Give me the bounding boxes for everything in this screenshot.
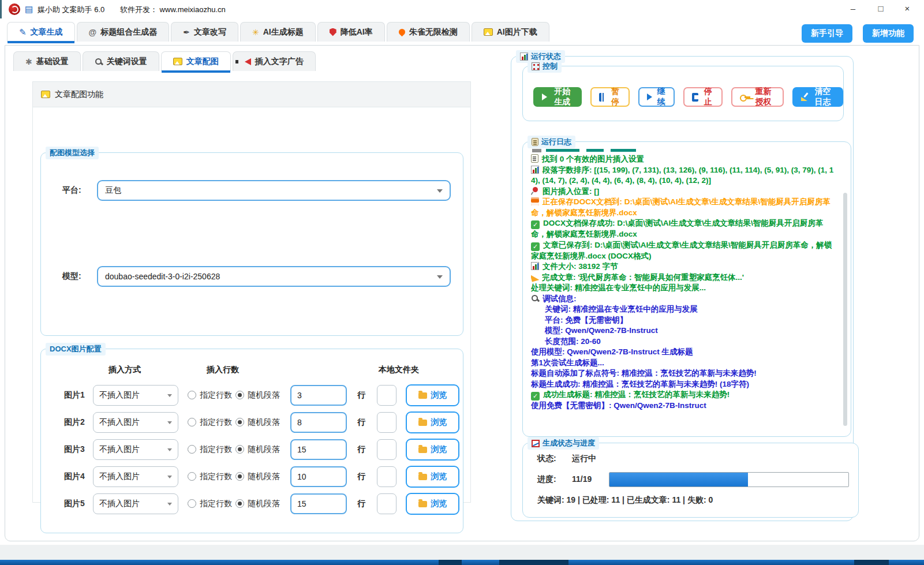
line-count-input[interactable] [290, 439, 347, 460]
subtab-label: 插入文字广告 [255, 57, 304, 67]
docx-row-2: 图片2不插入图片指定行数随机段落行浏览 [41, 412, 464, 433]
folder-path-input[interactable] [377, 439, 396, 460]
tab-朱雀无限检测[interactable]: 朱雀无限检测 [387, 22, 470, 42]
platform-label: 平台: [62, 185, 81, 196]
browse-label: 浏览 [431, 390, 447, 401]
taskbar-item[interactable] [499, 560, 568, 565]
insert-mode-dropdown[interactable]: 不插入图片 [93, 466, 178, 487]
control-buttons: 开始生成暂停继续停止重新授权清空日志 [533, 87, 843, 107]
play-blue-icon [647, 93, 652, 100]
browse-button[interactable]: 浏览 [406, 439, 459, 461]
radio-random-paragraph[interactable] [235, 391, 244, 399]
tab-标题组合生成器[interactable]: 标题组合生成器 [77, 22, 170, 42]
folder-path-input[interactable] [377, 493, 396, 514]
tab-AI生成标题[interactable]: AI生成标题 [240, 22, 316, 42]
insert-mode-dropdown[interactable]: 不插入图片 [93, 439, 178, 460]
article-image-panel: 文章配图功能 配图模型选择 平台: 豆包 模型: doubao-seededit… [32, 81, 471, 503]
insert-mode-value: 不插入图片 [99, 472, 140, 482]
window-bottom-strip [0, 545, 924, 560]
browse-label: 浏览 [431, 472, 447, 482]
radio-specified-lines[interactable] [188, 472, 196, 481]
radio-random-paragraph[interactable] [235, 418, 244, 426]
taskbar-item[interactable] [439, 560, 462, 565]
tab-文章改写[interactable]: 文章改写 [171, 22, 238, 42]
bars-icon [531, 262, 539, 270]
button-label: 暂停 [609, 87, 621, 107]
browse-button[interactable]: 浏览 [406, 411, 459, 433]
progress-label: 进度: [537, 474, 556, 485]
radio-random-paragraph[interactable] [235, 499, 244, 508]
chevron-down-icon [437, 189, 443, 193]
check-icon [531, 220, 540, 229]
insert-mode-value: 不插入图片 [99, 444, 140, 455]
browse-button[interactable]: 浏览 [406, 384, 459, 406]
maximize-button[interactable]: □ [867, 0, 894, 17]
close-button[interactable]: × [894, 0, 921, 17]
line-count-input[interactable] [290, 466, 347, 487]
subtab-关键词设置[interactable]: 关键词设置 [83, 51, 159, 71]
停止-button[interactable]: 停止 [683, 87, 723, 107]
radio-label-specified: 指定行数 [200, 417, 232, 428]
taskbar-item[interactable] [854, 560, 889, 565]
progress-chart-icon [532, 440, 540, 447]
继续-button[interactable]: 继续 [638, 87, 675, 107]
unit-label: 行 [357, 499, 365, 509]
log-line: 关键词: 精准控温在专业烹饪中的应用与发展 [531, 304, 836, 315]
image-icon [41, 91, 50, 98]
model-dropdown[interactable]: doubao-seededit-3-0-i2i-250628 [97, 266, 451, 287]
subtab-基础设置[interactable]: 基础设置 [13, 51, 81, 71]
bars-icon [531, 166, 539, 174]
subtab-label: 关键词设置 [107, 57, 147, 67]
log-line: 段落字数排序: [(15, 199), (7, 131), (13, 126),… [531, 165, 836, 186]
browse-button[interactable]: 浏览 [406, 466, 459, 488]
radio-random-paragraph[interactable] [235, 445, 244, 454]
暂停-button[interactable]: 暂停 [590, 87, 630, 107]
log-line: 处理关键词: 精准控温在专业烹饪中的应用与发展... [531, 283, 836, 294]
insert-mode-dropdown[interactable]: 不插入图片 [93, 412, 178, 433]
folder-path-input[interactable] [377, 385, 396, 406]
log-scrollbar[interactable] [843, 193, 847, 426]
line-count-input[interactable] [290, 412, 347, 433]
清空日志-button[interactable]: 清空日志 [792, 87, 843, 107]
radio-specified-lines[interactable] [188, 499, 196, 508]
gear-icon [25, 57, 32, 66]
megaphone-icon [245, 58, 251, 65]
button-label: 重新授权 [751, 87, 775, 107]
radio-label-specified: 指定行数 [200, 472, 232, 482]
subtab-文章配图[interactable]: 文章配图 [161, 51, 231, 71]
platform-dropdown[interactable]: 豆包 [97, 180, 451, 201]
sparkle-icon [252, 28, 259, 37]
unit-label: 行 [357, 390, 365, 401]
folder-path-input[interactable] [377, 466, 396, 487]
browse-button[interactable]: 浏览 [406, 493, 459, 515]
minimize-button[interactable]: – [840, 0, 866, 17]
window-title: 媒小助 文案助手 6.0 [38, 5, 104, 15]
beginner-guide-button[interactable]: 新手引导 [802, 24, 852, 43]
browse-label: 浏览 [431, 499, 447, 509]
tab-降低AI率[interactable]: 降低AI率 [317, 22, 385, 42]
insert-mode-dropdown[interactable]: 不插入图片 [93, 385, 178, 406]
log-line: 找到 0 个有效的图片插入设置 [531, 154, 836, 165]
new-features-button[interactable]: 新增功能 [863, 24, 914, 43]
unit-label: 行 [357, 472, 365, 482]
pen-icon [19, 27, 27, 38]
save-icon [531, 197, 539, 205]
folder-path-input[interactable] [377, 412, 396, 433]
developer-url: 软件开发： www.meixiaozhu.cn [120, 5, 226, 15]
重新授权-button[interactable]: 重新授权 [731, 87, 784, 107]
subtab-插入文字广告[interactable]: 插入文字广告 [233, 51, 316, 71]
radio-specified-lines[interactable] [188, 391, 196, 399]
tab-label: 朱雀无限检测 [409, 27, 458, 38]
header-buttons: 新手引导 新增功能 [802, 24, 914, 43]
line-count-input[interactable] [290, 385, 347, 406]
radio-specified-lines[interactable] [188, 418, 196, 426]
开始生成-button[interactable]: 开始生成 [533, 87, 582, 107]
row-label: 图片5 [64, 499, 85, 509]
radio-random-paragraph[interactable] [235, 472, 244, 481]
row-label: 图片2 [64, 417, 85, 428]
insert-mode-dropdown[interactable]: 不插入图片 [93, 493, 178, 514]
line-count-input[interactable] [290, 493, 347, 514]
radio-specified-lines[interactable] [188, 445, 196, 454]
tab-AI图片下载[interactable]: AI图片下载 [472, 22, 549, 42]
tab-文章生成[interactable]: 文章生成 [7, 22, 75, 42]
